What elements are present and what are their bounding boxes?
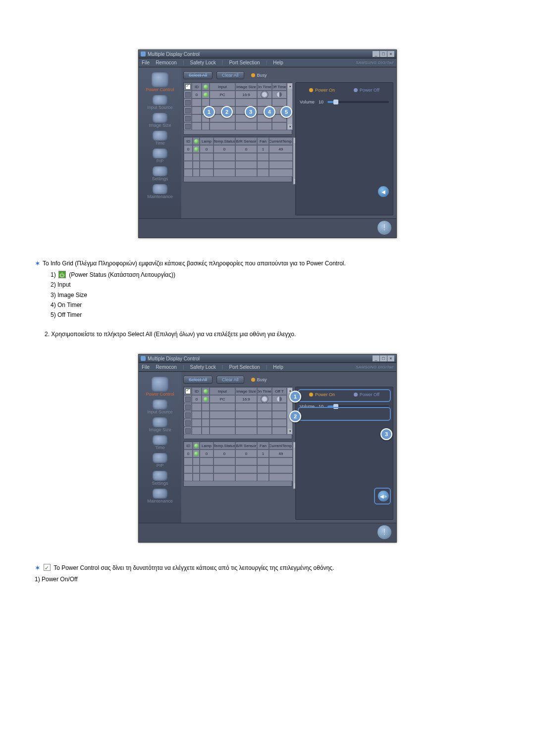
row-check[interactable] bbox=[184, 427, 192, 435]
sidebar-item-maintenance[interactable]: Maintenance bbox=[140, 488, 180, 504]
menu-help[interactable]: Help bbox=[273, 60, 283, 65]
row-check[interactable] bbox=[184, 99, 192, 106]
checkbox-icon[interactable] bbox=[185, 397, 191, 402]
row-status bbox=[202, 91, 210, 99]
info-icon[interactable]: ! bbox=[377, 221, 391, 235]
checkbox-icon bbox=[44, 564, 51, 571]
power-on-dot-icon bbox=[309, 393, 313, 397]
col-input: Input bbox=[210, 387, 235, 395]
menu-port-selection[interactable]: Port Selection bbox=[229, 364, 260, 370]
status-dot-icon bbox=[194, 444, 199, 448]
checkbox-icon[interactable] bbox=[185, 92, 191, 98]
status-dot-icon bbox=[204, 85, 208, 89]
speaker-icon[interactable]: ◀ bbox=[378, 186, 389, 197]
volume-slider[interactable] bbox=[327, 101, 389, 103]
col-check bbox=[184, 387, 192, 395]
sidebar-item-image-size[interactable]: Image Size bbox=[140, 416, 180, 433]
select-all-button[interactable]: Select All bbox=[183, 376, 213, 384]
checkbox-icon[interactable] bbox=[185, 420, 191, 426]
row-check[interactable] bbox=[184, 395, 192, 403]
col-status bbox=[202, 83, 210, 91]
row-check[interactable] bbox=[184, 114, 192, 122]
row-check[interactable] bbox=[184, 122, 192, 130]
info-grid-lower: ID Lamp Temp.Status B/R Sensor Fan Curre… bbox=[183, 137, 292, 182]
sidebar-item-settings[interactable]: Settings bbox=[140, 165, 180, 182]
minimize-icon[interactable]: _ bbox=[373, 355, 379, 361]
menu-safety-lock[interactable]: Safety Lock bbox=[190, 60, 216, 65]
menu-remocon[interactable]: Remocon bbox=[156, 60, 177, 65]
row-check[interactable] bbox=[184, 411, 192, 419]
menu-remocon[interactable]: Remocon bbox=[156, 364, 177, 370]
sidebar-item-power-control[interactable]: Power Control bbox=[140, 71, 180, 93]
app-window-1: Multiple Display Control _□× File Remoco… bbox=[138, 50, 397, 238]
menu-safety-lock[interactable]: Safety Lock bbox=[190, 364, 216, 370]
row-check[interactable] bbox=[184, 419, 192, 427]
clear-all-button[interactable]: Clear All bbox=[216, 71, 244, 79]
text-p4: 1) Power On/Off bbox=[35, 574, 500, 584]
window-buttons[interactable]: _□× bbox=[372, 51, 394, 57]
sidebar-item-time[interactable]: Time bbox=[140, 130, 180, 147]
power-on-button[interactable]: Power On bbox=[309, 392, 335, 397]
menu-help[interactable]: Help bbox=[273, 364, 283, 370]
checkbox-icon[interactable] bbox=[185, 389, 191, 394]
maximize-icon[interactable]: □ bbox=[380, 51, 387, 57]
sidebar-item-input-source[interactable]: Input Source bbox=[140, 94, 180, 111]
row-check[interactable] bbox=[184, 106, 192, 114]
checkbox-icon[interactable] bbox=[185, 412, 191, 418]
sidebar-item-power-control[interactable]: Power Control bbox=[140, 376, 180, 398]
power-on-button[interactable]: Power On bbox=[309, 88, 335, 93]
checkbox-icon[interactable] bbox=[185, 116, 191, 121]
status-dot-icon bbox=[194, 452, 199, 456]
col-id: ID bbox=[192, 83, 202, 91]
sidebar-item-label: Input Source bbox=[147, 409, 172, 414]
sidebar-item-pip[interactable]: PIP bbox=[140, 452, 180, 469]
row-lamp: 0 bbox=[200, 145, 214, 153]
close-icon[interactable]: × bbox=[387, 355, 394, 361]
sidebar-item-image-size[interactable]: Image Size bbox=[140, 112, 180, 129]
menu-file[interactable]: File bbox=[142, 60, 150, 65]
slider-thumb[interactable] bbox=[333, 404, 338, 409]
row-check[interactable] bbox=[184, 91, 192, 99]
col-lamp: Lamp bbox=[200, 137, 214, 145]
callout-3: 3 bbox=[245, 106, 257, 118]
scroll-up-icon[interactable]: ▴ bbox=[288, 84, 293, 89]
info-icon[interactable]: ! bbox=[377, 525, 391, 539]
col-temp-status: Temp.Status bbox=[214, 137, 235, 145]
sidebar-item-input-source[interactable]: Input Source bbox=[140, 399, 180, 415]
window-buttons[interactable]: _□× bbox=[372, 355, 394, 361]
document-text-1: ✶Το Info Grid (Πλέγμα Πληροφοριών) εμφαν… bbox=[35, 258, 500, 339]
row-ct: 49 bbox=[269, 450, 293, 457]
row-check[interactable] bbox=[184, 403, 192, 411]
toolbar: Select All Clear All Busy bbox=[183, 375, 393, 385]
sidebar-item-maintenance[interactable]: Maintenance bbox=[140, 183, 180, 200]
sidebar-item-time[interactable]: Time bbox=[140, 434, 180, 451]
checkbox-icon[interactable] bbox=[185, 108, 191, 113]
minimize-icon[interactable]: _ bbox=[373, 51, 379, 57]
maximize-icon[interactable]: □ bbox=[380, 355, 387, 361]
scroll-down-icon[interactable]: ▾ bbox=[288, 124, 293, 129]
select-all-button[interactable]: Select All bbox=[183, 71, 213, 79]
speaker-icon[interactable]: ◀» bbox=[378, 491, 389, 502]
slider-thumb[interactable] bbox=[333, 100, 338, 104]
checkbox-icon[interactable] bbox=[185, 100, 191, 105]
sidebar-item-settings[interactable]: Settings bbox=[140, 470, 180, 487]
row-off-timer bbox=[272, 395, 287, 403]
power-on-label: Power On bbox=[315, 88, 335, 93]
sidebar-item-label: PIP bbox=[157, 158, 164, 163]
clear-all-button[interactable]: Clear All bbox=[216, 376, 244, 384]
status-dot-icon bbox=[194, 147, 199, 151]
checkbox-icon[interactable] bbox=[185, 404, 191, 410]
menu-file[interactable]: File bbox=[142, 364, 150, 370]
close-icon[interactable]: × bbox=[387, 51, 394, 57]
checkbox-icon[interactable] bbox=[185, 84, 191, 90]
sidebar-item-pip[interactable]: PIP bbox=[140, 148, 180, 164]
menu-port-selection[interactable]: Port Selection bbox=[229, 60, 260, 65]
power-off-button[interactable]: Power Off bbox=[354, 88, 379, 93]
checkbox-icon[interactable] bbox=[185, 428, 191, 434]
volume-slider[interactable] bbox=[327, 405, 389, 407]
scroll-down-icon[interactable]: ▾ bbox=[288, 429, 293, 434]
main-area: Select All Clear All Busy ID Input Image… bbox=[181, 67, 396, 218]
checkbox-icon[interactable] bbox=[185, 124, 191, 129]
power-on-label: Power On bbox=[315, 392, 335, 397]
power-off-button[interactable]: Power Off bbox=[354, 392, 379, 397]
